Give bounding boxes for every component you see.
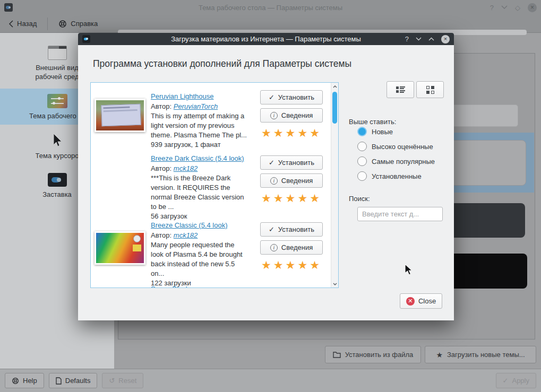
dialog-title: Загрузка материалов из Интернета — Парам… — [78, 35, 454, 43]
check-icon: ✓ — [503, 377, 509, 385]
list-details-icon — [396, 86, 405, 93]
help-icon[interactable]: ? — [490, 4, 494, 12]
info-icon: i — [270, 244, 278, 251]
details-button[interactable]: iСведения — [260, 173, 323, 188]
maximize-icon[interactable]: ◇ — [515, 4, 520, 12]
list-item[interactable]: Peruvian Lighthouse Автор: PeruvianTorch… — [91, 88, 331, 150]
get-hot-new-stuff-dialog: Загрузка материалов из Интернета — Парам… — [78, 33, 454, 320]
author-link[interactable]: mck182 — [174, 231, 198, 239]
dialog-buttonbox: Help Defaults ↺ Reset ✓ Apply — [0, 369, 541, 392]
radio-most-popular[interactable]: Самые популярные — [357, 156, 435, 166]
author-link[interactable]: PeruvianTorch — [174, 102, 218, 110]
dialog-heading: Программа установки дополнений для Парам… — [93, 58, 351, 69]
close-button[interactable]: ✕ Close — [400, 293, 442, 309]
install-label: Установить — [278, 93, 314, 101]
close-icon[interactable]: × — [528, 3, 537, 12]
star-icon: ★ — [310, 127, 322, 139]
list-scrollbar[interactable] — [331, 83, 338, 288]
install-button[interactable]: ✓Установить — [260, 90, 323, 104]
star-icon: ★ — [297, 259, 310, 271]
close-icon: ✕ — [406, 297, 415, 306]
author-label: Автор: — [151, 231, 171, 239]
radio-label: Высоко оценённые — [372, 143, 433, 151]
star-icon: ★ — [297, 192, 310, 204]
help-label: Справка — [71, 20, 98, 28]
defaults-label: Defaults — [65, 377, 91, 385]
help-icon[interactable]: ? — [405, 35, 409, 43]
document-icon — [56, 377, 62, 385]
install-from-file-button[interactable]: Установить из файла — [325, 346, 421, 363]
item-downloads: 939 загрузок, 1 фанат — [151, 141, 252, 149]
radio-icon — [357, 171, 367, 181]
back-button[interactable]: Назад — [3, 17, 42, 30]
back-label: Назад — [17, 20, 37, 28]
scrollbar-thumb[interactable] — [332, 92, 337, 124]
get-new-themes-button[interactable]: ★ Загрузить новые темы... — [425, 346, 536, 363]
item-title-link[interactable]: Breeze Dark Classic (5.4 look) — [151, 154, 244, 162]
item-title-link[interactable]: Seven Black — [151, 285, 189, 288]
search-label: Поиск: — [349, 195, 370, 203]
details-button[interactable]: iСведения — [260, 240, 323, 255]
radio-installed[interactable]: Установленные — [357, 171, 422, 181]
check-icon: ✓ — [269, 225, 274, 233]
sidebar-item-label: Тема рабочего ст — [29, 111, 85, 120]
radio-highest-rated[interactable]: Высоко оценённые — [357, 142, 433, 151]
downloads-list: Peruvian Lighthouse Автор: PeruvianTorch… — [90, 82, 339, 288]
star-icon: ★ — [286, 192, 298, 204]
close-icon[interactable]: × — [441, 35, 450, 43]
author-label: Автор: — [151, 102, 171, 110]
info-icon: i — [270, 177, 278, 185]
get-new-themes-label: Загрузить новые темы... — [447, 351, 525, 359]
star-icon: ★ — [297, 127, 310, 139]
details-view-button[interactable] — [387, 81, 414, 98]
install-button[interactable]: ✓Установить — [260, 222, 323, 237]
help-button[interactable]: Справка — [53, 17, 103, 31]
item-description: This is my attempt of making a light ver… — [151, 111, 247, 140]
lifebuoy-icon — [12, 377, 19, 385]
scroll-down-icon[interactable] — [331, 280, 339, 288]
item-title-link[interactable]: Breeze Classic (5.4 look) — [151, 221, 228, 229]
list-item[interactable]: Breeze Dark Classic (5.4 look) Автор: mc… — [91, 150, 331, 217]
apply-label: Apply — [512, 377, 529, 385]
icon-view-button[interactable] — [416, 81, 444, 98]
screen: Тема рабочего стола — Параметры системы … — [0, 0, 541, 392]
apply-button[interactable]: ✓ Apply — [496, 373, 536, 388]
lifebuoy-icon — [58, 20, 67, 28]
minimize-icon[interactable] — [501, 5, 508, 10]
cursor-icon — [51, 133, 63, 148]
reset-button[interactable]: ↺ Reset — [102, 373, 143, 388]
item-title-link[interactable]: Peruvian Lighthouse — [151, 92, 214, 100]
minimize-icon[interactable] — [416, 37, 422, 41]
folder-icon — [333, 351, 341, 358]
radio-icon — [357, 127, 367, 136]
radio-label: Новые — [372, 128, 393, 136]
author-link[interactable]: mck182 — [174, 164, 198, 172]
sidebar-item-label: Тема курсоро — [36, 151, 79, 160]
radio-newest[interactable]: Новые — [357, 127, 393, 136]
star-icon: ★ — [261, 192, 273, 204]
sidebar-item-label: Заставка — [42, 190, 72, 199]
main-window-titlebar: Тема рабочего стола — Параметры системы … — [0, 0, 541, 15]
item-description: ***This is the Breeze Dark version. It R… — [151, 173, 247, 212]
radio-icon — [357, 142, 367, 151]
help-button-bottom[interactable]: Help — [5, 373, 44, 388]
list-item[interactable]: Breeze Classic (5.4 look) Автор: mck182 … — [91, 217, 331, 284]
search-input[interactable] — [357, 207, 443, 221]
install-button[interactable]: ✓Установить — [260, 155, 323, 170]
item-thumbnail — [95, 99, 145, 132]
maximize-icon[interactable] — [428, 37, 434, 41]
grid-icon — [426, 86, 434, 94]
rating-stars: ★★★★★ — [261, 192, 322, 205]
radio-icon — [357, 156, 367, 166]
scroll-up-icon[interactable] — [331, 83, 339, 90]
list-item[interactable]: Seven Black — [91, 284, 331, 288]
details-label: Сведения — [281, 177, 313, 185]
item-thumbnail — [95, 231, 145, 265]
star-icon: ★ — [286, 259, 298, 271]
item-description: Many people requested the look of Plasma… — [151, 240, 247, 278]
details-button[interactable]: iСведения — [260, 108, 323, 123]
defaults-button[interactable]: Defaults — [49, 373, 98, 388]
toolbar-separator — [47, 18, 48, 30]
star-icon: ★ — [273, 127, 286, 139]
star-icon: ★ — [261, 259, 273, 271]
